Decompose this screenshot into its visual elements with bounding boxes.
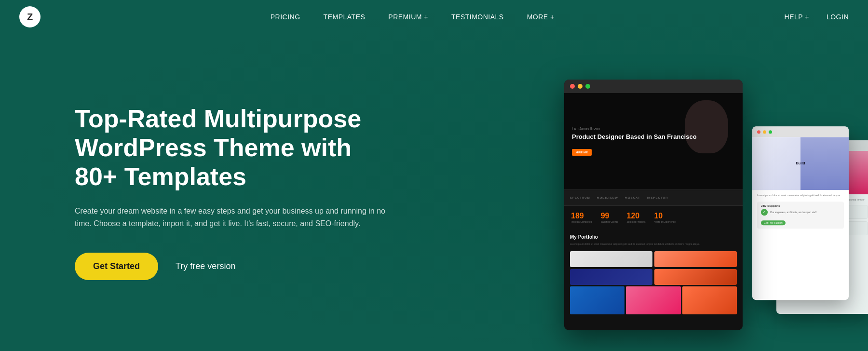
brand-1: SPECTRUM (570, 196, 590, 199)
portfolio-stats: 189 Projects Completed 99 Satisfied Clie… (564, 206, 743, 230)
stat-4: 10 Years of Experience (654, 212, 676, 224)
work-item-2 (654, 251, 737, 267)
nav-premium[interactable]: PREMIUM + (388, 13, 428, 21)
nav-pricing[interactable]: PRICING (271, 13, 300, 21)
bottom-item-2 (626, 286, 680, 314)
stat-3-num: 120 (627, 212, 646, 220)
hero-visuals: I am James Brown Product Designer Based … (434, 34, 868, 351)
nav-testimonials[interactable]: TESTIMONIALS (451, 13, 504, 21)
nav-login[interactable]: LOGIN (827, 13, 849, 21)
nav-right: HELP + LOGIN (785, 13, 849, 21)
browser-main-mockup: I am James Brown Product Designer Based … (564, 80, 743, 330)
light-site-body: Lorem ipsum dolor sit amet consectetur a… (752, 190, 849, 235)
dot-yellow (578, 84, 583, 89)
sec-content-right: build Lorem ipsum dolor sit amet consect… (752, 137, 849, 300)
sec-titlebar-right (752, 126, 849, 137)
brand-2: moBILicbw (597, 196, 618, 199)
page-wrapper: Z PRICING TEMPLATES PREMIUM + TESTIMONIA… (0, 0, 868, 351)
support-text: Our engineers, architects, and support s… (770, 211, 816, 214)
portfolio-cta: HIRE ME (572, 149, 592, 156)
browser-content: I am James Brown Product Designer Based … (564, 93, 743, 330)
work-desc: Lorem ipsum dolor sit amet consectetur a… (570, 243, 737, 246)
nav-center: PRICING TEMPLATES PREMIUM + TESTIMONIALS… (271, 13, 555, 21)
nav-more[interactable]: MORE + (527, 13, 555, 21)
stat-2-label: Satisfied Clients (601, 220, 618, 224)
browser-titlebar (564, 80, 743, 93)
get-started-button[interactable]: Get Started (75, 253, 158, 280)
light-title: build (796, 161, 805, 166)
stat-2-num: 99 (601, 212, 618, 220)
stat-1-num: 189 (571, 212, 592, 220)
hero-content: Top-Rated Multipurpose WordPress Theme w… (0, 105, 395, 280)
nav-templates[interactable]: TEMPLATES (324, 13, 366, 21)
light-site-text: build (790, 155, 811, 172)
brand-3: MOSCAT (625, 196, 640, 199)
portfolio-title: Product Designer Based in San Francisco (572, 133, 697, 141)
work-item-1 (570, 251, 652, 267)
hero-section: Top-Rated Multipurpose WordPress Theme w… (0, 34, 868, 351)
stat-3: 120 Selected Projects (627, 212, 646, 224)
try-free-button[interactable]: Try free version (176, 261, 235, 271)
logo[interactable]: Z (19, 6, 41, 27)
light-body-text: Lorem ipsum dolor sit amet consectetur a… (757, 194, 844, 198)
hero-buttons: Get Started Try free version (75, 253, 395, 280)
support-icon: ✓ (761, 209, 768, 216)
work-item-4 (654, 269, 737, 285)
bottom-grid (570, 286, 737, 314)
work-grid (570, 251, 737, 285)
dot-green (585, 84, 590, 89)
dot-red (570, 84, 575, 89)
sec-dot-r-right (757, 130, 760, 134)
nav-help[interactable]: HELP + (785, 13, 809, 21)
stat-1-label: Projects Completed (571, 220, 592, 224)
browser-secondary-right-mockup: build Lorem ipsum dolor sit amet consect… (752, 126, 849, 300)
bottom-item-3 (682, 286, 737, 314)
header: Z PRICING TEMPLATES PREMIUM + TESTIMONIA… (0, 0, 868, 34)
portfolio-subtitle: I am James Brown (572, 127, 697, 130)
stat-1: 189 Projects Completed (571, 212, 592, 224)
stat-2: 99 Satisfied Clients (601, 212, 618, 224)
light-site-hero: build (752, 137, 849, 190)
portfolio-brands: SPECTRUM moBILicbw MOSCAT Inspector (564, 189, 743, 206)
sec-dot-g-right (769, 130, 772, 134)
light-support-box: 24/7 Supports ✓ Our engineers, architect… (757, 202, 844, 229)
light-pill: Get Free Support (761, 220, 786, 225)
brand-4: Inspector (647, 196, 668, 199)
stat-4-label: Years of Experience (654, 220, 676, 224)
bottom-item-1 (570, 286, 624, 314)
work-title: My Portfolio (570, 234, 737, 240)
stat-4-num: 10 (654, 212, 676, 220)
hero-title: Top-Rated Multipurpose WordPress Theme w… (75, 105, 395, 191)
sec-dot-y-right (763, 130, 766, 134)
portfolio-text-area: I am James Brown Product Designer Based … (564, 117, 705, 166)
hero-description: Create your dream website in a few easy … (75, 205, 393, 230)
stat-3-label: Selected Projects (627, 220, 646, 224)
work-item-3 (570, 269, 652, 285)
portfolio-work: My Portfolio Lorem ipsum dolor sit amet … (564, 230, 743, 319)
portfolio-hero: I am James Brown Product Designer Based … (564, 93, 743, 189)
light-support-title: 24/7 Supports (761, 204, 840, 207)
light-support-row: ✓ Our engineers, architects, and support… (761, 209, 840, 216)
